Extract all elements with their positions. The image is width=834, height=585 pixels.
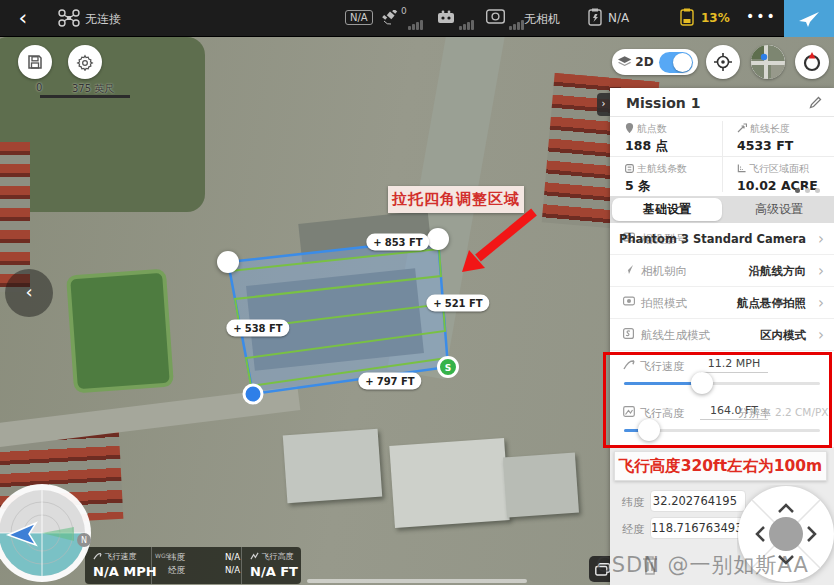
flight-sliders: 飞行速度 11.2 MPH 飞行高度 164.0 FT 分辨率 2.2 CM/P… [610, 352, 834, 447]
resolution-label: 分辨率 [738, 406, 771, 421]
plus-icon: + [365, 376, 373, 387]
2d-label: 2D [635, 55, 653, 69]
waypoint-icon [625, 123, 634, 133]
north-marker: N [81, 536, 87, 545]
altitude-slider-row: 飞行高度 164.0 FT 分辨率 2.2 CM/PX [610, 399, 834, 446]
watermark: CSDN @一别如斯AA [596, 551, 809, 579]
ellipsis-icon: ••• [746, 8, 777, 24]
remote-controller-icon [437, 9, 455, 25]
altitude-slider-thumb[interactable] [638, 419, 660, 441]
map-building [283, 429, 383, 503]
area-ruler-icon [737, 164, 746, 173]
resolution-value: 2.2 CM/PX [775, 406, 829, 418]
plus-icon: + [233, 323, 241, 334]
top-status-bar: ‹ 无连接 N/A 0 无相机 N/A [0, 0, 834, 37]
stat-waypoints: 航点数 188 点 [610, 117, 722, 156]
edge-distance-label: +521 FT [426, 295, 489, 312]
setting-photo-mode[interactable]: 拍照模式 航点悬停拍照 › [610, 287, 834, 319]
minimap-thumbnail [751, 45, 785, 79]
attitude-compass-instrument: N [0, 479, 96, 585]
latitude-label: 纬度 [622, 495, 644, 510]
chevron-right-icon: › [818, 230, 824, 248]
panel-expand-tab[interactable]: › [597, 93, 610, 116]
compass-icon [801, 51, 823, 73]
camera-status: 无相机 [524, 11, 560, 28]
aircraft-battery-icon [588, 8, 604, 27]
back-button[interactable]: ‹ [8, 6, 38, 31]
minimap-button[interactable] [751, 45, 785, 79]
tab-advanced-settings[interactable]: 高级设置 [724, 196, 834, 223]
stat-main-lines: 主航线条数 5 条 [610, 157, 722, 196]
aircraft-battery-value: N/A [608, 11, 629, 25]
annotation-arrow [478, 212, 534, 258]
altitude-slider-track[interactable] [624, 429, 820, 432]
edge-distance-label: +853 FT [366, 234, 429, 251]
mission-header: Mission 1 [610, 88, 834, 117]
tab-basic-settings[interactable]: 基础设置 [612, 198, 722, 221]
takeoff-button[interactable] [784, 0, 834, 37]
flight-altitude-icon [623, 406, 635, 417]
setting-route-mode[interactable]: 航线生成模式 区内模式 › [610, 319, 834, 351]
stat-route-length: 航线长度 4533 FT [722, 117, 834, 156]
scale-end-label: 375 英尺 [72, 82, 114, 96]
chevron-right-icon: › [818, 262, 824, 280]
altitude-note: 飞行高度320ft左右为100m [614, 451, 827, 481]
map-building [503, 453, 579, 518]
speed-slider-thumb[interactable] [691, 372, 713, 394]
satellite-count: 0 [401, 6, 407, 16]
compass-reset-button[interactable] [795, 45, 829, 79]
page-dots[interactable] [795, 188, 820, 193]
gear-icon [76, 53, 94, 71]
wgs-label: WGS [155, 552, 161, 559]
gps-na-badge: N/A [345, 10, 373, 25]
longitude-label: 经度 [622, 522, 644, 537]
map-building [389, 438, 509, 528]
locate-button[interactable] [706, 45, 740, 79]
telemetry-bar: 飞行速度 N/A MPH WGS 纬度N/A 经度N/A 飞行高度 N/A FT [85, 547, 301, 584]
home-indicator[interactable] [307, 579, 527, 583]
edit-pencil-icon[interactable] [809, 96, 822, 109]
camera-signal-icon [486, 9, 505, 24]
scale-start-label: 0 [36, 82, 42, 93]
save-button[interactable] [18, 45, 52, 79]
more-button[interactable]: ••• [746, 8, 777, 24]
longitude-input[interactable]: 118.716763493 [650, 517, 746, 539]
map-2d-toggle[interactable]: 2D [612, 49, 698, 75]
flight-speed-icon [623, 359, 635, 370]
drag-corners-hint: 拉托四角调整区域 [388, 186, 524, 213]
save-icon [27, 54, 43, 70]
satellite-signal-bars-icon [408, 11, 424, 30]
speed-value[interactable]: 11.2 MPH [700, 357, 768, 373]
setting-camera-model[interactable]: 相机型号 Phantom 3 Standard Camera › [610, 223, 834, 255]
back-chevron-icon: ‹ [19, 5, 28, 30]
camera-signal-bars-icon [509, 11, 525, 30]
satellite-icon [381, 10, 399, 26]
speed-slider-row: 飞行速度 11.2 MPH [610, 352, 834, 399]
route-length-icon [737, 123, 747, 133]
route-mode-icon [623, 328, 634, 339]
chevron-right-icon: › [602, 98, 606, 109]
mission-panel: › Mission 1 航点数 188 点 航线长度 4533 FT 主航线条数… [610, 88, 834, 585]
dpad-center-button[interactable] [769, 517, 803, 551]
altitude-icon [250, 552, 259, 560]
device-battery-value: 13% [701, 11, 730, 25]
map-road [0, 386, 300, 448]
speed-slider-track[interactable] [624, 382, 820, 385]
plus-icon: + [373, 237, 381, 248]
airplane-icon [797, 9, 821, 29]
corner-handle[interactable] [217, 251, 239, 273]
mission-stats: 航点数 188 点 航线长度 4533 FT 主航线条数 5 条 飞行区域面积 … [610, 117, 834, 196]
heading-arrow-icon [623, 264, 634, 275]
collapse-panel-button[interactable]: ‹ [5, 269, 53, 317]
edge-distance-label: +797 FT [358, 373, 421, 390]
setting-camera-heading[interactable]: 相机朝向 沿航线方向 › [610, 255, 834, 287]
device-battery-icon [680, 8, 696, 27]
switch-knob [673, 53, 692, 72]
layers-icon [617, 55, 632, 69]
connection-status: 无连接 [85, 11, 121, 28]
2d-switch[interactable] [659, 52, 693, 73]
mission-title: Mission 1 [626, 95, 700, 111]
rc-signal-bars-icon [459, 11, 475, 30]
latitude-input[interactable]: 32.202764195 [650, 490, 746, 512]
settings-button[interactable] [68, 45, 102, 79]
